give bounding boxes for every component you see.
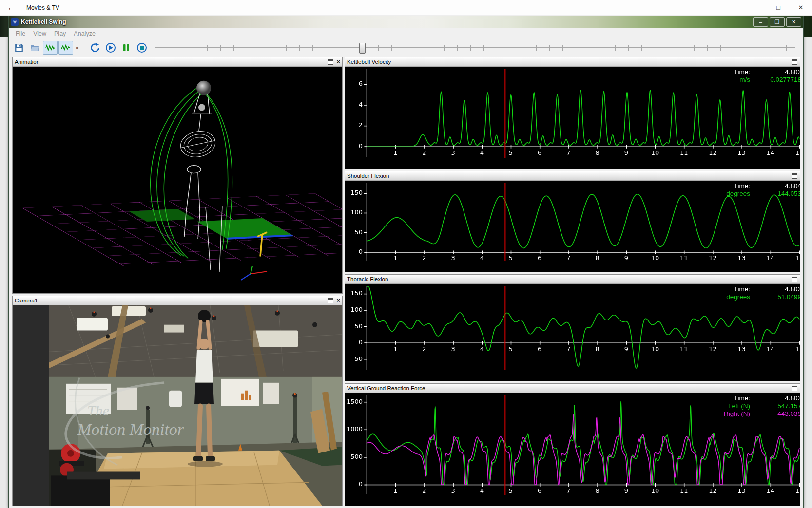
readout-label: m/s	[734, 76, 750, 83]
readout-label: degrees	[726, 293, 750, 301]
towel	[169, 391, 182, 407]
panel-title: Thoracic Flexion	[347, 276, 792, 282]
timeline-track[interactable]	[155, 47, 795, 48]
graph-report-toggle[interactable]	[58, 41, 73, 55]
chart-readout: Time: 4.803 m/s 0.0277718	[734, 68, 800, 83]
chart-panel-titlebar[interactable]: Kettlebell Velocity ×	[345, 57, 800, 67]
back-icon[interactable]: ←	[0, 0, 22, 15]
chart-panel-titlebar[interactable]: Vertical Ground Reaction Force ×	[345, 384, 800, 393]
readout-label: Right (N)	[724, 410, 750, 417]
panel-title: Camera1	[15, 298, 328, 303]
panel-title: Animation	[15, 59, 328, 65]
app-window: ✳ Kettlebell Swing – ❐ ✕ File View Play …	[8, 15, 804, 508]
outer-minimize-button[interactable]: –	[745, 0, 767, 15]
panel-thoracic-flexion: Thoracic Flexion × Time: 4.803 degrees 5…	[345, 274, 800, 381]
ceiling-light	[77, 318, 108, 331]
kettlebell	[198, 310, 211, 322]
readout-value: 51.0499	[755, 293, 800, 301]
close-panel-icon[interactable]: ×	[336, 59, 340, 64]
chart-readout: Time: 4.803 degrees 51.0499	[726, 285, 800, 301]
watermark-motion-monitor: Motion Monitor	[77, 420, 184, 438]
open-folder-icon	[30, 43, 39, 52]
camera-video-view: The Motion Monitor	[13, 305, 342, 506]
panel-kettlebell-velocity: Kettlebell Velocity × Time: 4.803 m/s 0.…	[345, 57, 800, 169]
chart-readout: Time: 4.803 Left (N) 547.157 Right (N) 4…	[724, 395, 800, 417]
pause-button[interactable]	[119, 41, 134, 55]
menu-analyze[interactable]: Analyze	[70, 29, 99, 38]
waveform-icon	[45, 44, 55, 51]
readout-value: 443.039	[755, 410, 800, 417]
outer-window-title: Movies & TV	[26, 4, 745, 11]
athlete-head	[199, 339, 210, 350]
readout-label: Time:	[726, 285, 750, 293]
panel-animation: Animation ×	[12, 57, 343, 294]
athlete-shirt	[195, 350, 213, 383]
animation-panel-titlebar[interactable]: Animation ×	[13, 57, 342, 67]
timeline-thumb[interactable]	[359, 43, 366, 54]
float-panel-icon[interactable]	[792, 386, 797, 391]
skeleton-head	[198, 104, 205, 111]
menu-view[interactable]: View	[29, 29, 50, 38]
app-close-button[interactable]: ✕	[786, 17, 801, 27]
readout-label: Time:	[726, 182, 750, 189]
rewind-icon	[90, 42, 100, 53]
outer-maximize-button[interactable]: □	[767, 0, 790, 15]
timeline-slider[interactable]	[155, 42, 795, 53]
readout-value: 4.803	[755, 68, 800, 75]
float-panel-icon[interactable]	[792, 173, 797, 179]
app-title: Kettlebell Swing	[21, 19, 752, 25]
readout-value: 4.803	[755, 395, 800, 402]
float-panel-icon[interactable]	[792, 277, 797, 282]
panel-title: Vertical Ground Reaction Force	[347, 385, 792, 391]
stop-icon	[136, 42, 147, 53]
outer-close-button[interactable]: ✕	[790, 0, 812, 15]
panel-shoulder-flexion: Shoulder Flexion × Time: 4.804 degrees 1…	[345, 171, 800, 272]
chart-panel-titlebar[interactable]: Shoulder Flexion ×	[345, 171, 800, 181]
menu-file[interactable]: File	[12, 29, 29, 38]
chart-panel-titlebar[interactable]: Thoracic Flexion ×	[345, 275, 800, 284]
toolbar: »	[9, 39, 803, 56]
rewind-button[interactable]	[88, 41, 102, 55]
waveform-icon	[61, 44, 71, 51]
readout-label: Time:	[734, 68, 750, 75]
save-icon	[15, 43, 23, 52]
menu-play[interactable]: Play	[50, 29, 70, 38]
watermark-the: The	[87, 402, 109, 418]
stop-button[interactable]	[135, 41, 149, 55]
athlete-shorts	[194, 383, 214, 404]
play-button[interactable]	[103, 41, 118, 55]
panel-camera: Camera1 ×	[12, 296, 343, 506]
close-panel-icon[interactable]: ×	[336, 298, 340, 303]
panel-vertical-grf: Vertical Ground Reaction Force × Time: 4…	[345, 383, 800, 506]
workspace: Animation ×	[12, 56, 800, 507]
app-minimize-button[interactable]: –	[753, 17, 768, 27]
float-panel-icon[interactable]	[328, 298, 333, 303]
camera-video-frame: The Motion Monitor	[49, 305, 342, 506]
kettlebell-3d	[196, 81, 211, 95]
open-file-button[interactable]	[27, 41, 42, 55]
float-panel-icon[interactable]	[328, 59, 333, 65]
chart-readout: Time: 4.804 degrees 144.053	[726, 182, 800, 197]
animation-3d-view[interactable]	[13, 67, 342, 293]
readout-label: Left (N)	[724, 402, 750, 410]
panel-title: Shoulder Flexion	[347, 173, 792, 179]
screen: ← Movies & TV – □ ✕ ✳ Kettlebell Swing –…	[0, 0, 812, 508]
readout-value: 144.053	[755, 190, 800, 197]
camera-panel-titlebar[interactable]: Camera1 ×	[13, 296, 342, 305]
kettlebell-velocity-chart[interactable]	[345, 67, 800, 169]
float-panel-icon[interactable]	[792, 59, 797, 65]
app-restore-button[interactable]: ❐	[770, 17, 785, 27]
app-icon: ✳	[11, 18, 19, 26]
app-titlebar[interactable]: ✳ Kettlebell Swing – ❐ ✕	[9, 16, 803, 28]
toolbar-overflow-chevron[interactable]: »	[74, 44, 80, 51]
save-button[interactable]	[12, 41, 26, 55]
pause-icon	[121, 43, 131, 53]
skeleton-scene	[13, 67, 342, 293]
readout-value: 547.157	[755, 402, 800, 410]
readout-label: Time:	[724, 395, 750, 402]
outer-titlebar: ← Movies & TV – □ ✕	[0, 0, 812, 16]
readout-value: 4.803	[755, 285, 800, 293]
play-icon	[105, 42, 116, 53]
camera-scene: The Motion Monitor	[13, 305, 342, 506]
graph-window-toggle[interactable]	[43, 41, 58, 55]
